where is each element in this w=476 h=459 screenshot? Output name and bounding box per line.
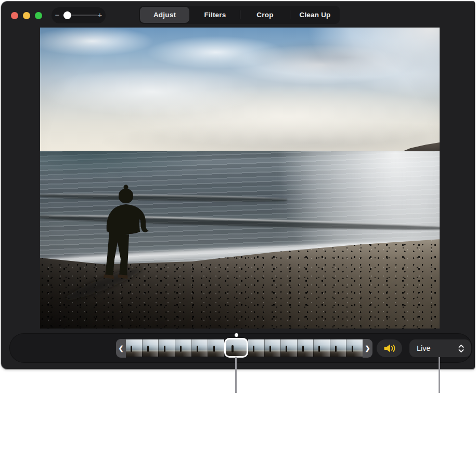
tab-filters[interactable]: Filters: [190, 6, 240, 24]
tab-adjust[interactable]: Adjust: [140, 7, 189, 23]
thumbnail-figure: [180, 346, 182, 352]
frame-thumbnail[interactable]: [248, 339, 265, 357]
tab-crop[interactable]: Crop: [240, 6, 290, 24]
thumbnail-figure: [286, 346, 287, 352]
frame-thumbnail[interactable]: [192, 339, 209, 357]
frame-thumbnail[interactable]: [281, 339, 298, 357]
close-button[interactable]: [11, 12, 18, 19]
thumbnail-figure: [253, 346, 254, 352]
photo-sky: [40, 28, 440, 151]
live-mode-label: Live: [417, 344, 431, 352]
thumbnail-figure: [352, 346, 353, 352]
key-photo-dot: [235, 333, 238, 337]
titlebar: − + AdjustFiltersCropClean Up: [1, 1, 475, 26]
callout-line-live: [439, 357, 440, 393]
thumbnail-figure: [131, 346, 132, 352]
callout-line-frame: [235, 357, 237, 393]
zoom-slider-knob[interactable]: [63, 11, 71, 19]
frame-thumbnail[interactable]: [175, 339, 192, 357]
thumbnail-figure: [231, 345, 234, 352]
thumbnail-figure: [302, 346, 304, 352]
zoom-out-icon[interactable]: −: [53, 7, 61, 23]
maximize-button[interactable]: [35, 12, 42, 19]
person-silhouette: [56, 158, 201, 308]
trim-handle-left[interactable]: ❮: [116, 339, 126, 358]
photo-canvas[interactable]: [40, 28, 440, 329]
tab-clean-up[interactable]: Clean Up: [290, 6, 340, 24]
frame-thumbnail[interactable]: [298, 339, 314, 357]
thumbnail-figure: [164, 346, 165, 352]
frame-thumbnail[interactable]: [159, 339, 175, 357]
frame-thumbnail[interactable]: [314, 339, 330, 357]
photos-edit-window: − + AdjustFiltersCropClean Up: [1, 1, 475, 369]
trim-handle-right[interactable]: ❯: [363, 339, 372, 358]
minimize-button[interactable]: [23, 12, 30, 19]
chevron-up-down-icon: [458, 344, 465, 353]
frame-thumbnail[interactable]: [208, 339, 224, 357]
zoom-in-icon[interactable]: +: [96, 7, 104, 23]
edit-mode-tabs: AdjustFiltersCropClean Up: [139, 6, 340, 24]
zoom-slider[interactable]: − +: [52, 7, 106, 23]
thumbnail-figure: [335, 346, 337, 352]
thumbnail-figure: [318, 346, 320, 352]
frame-thumbnail[interactable]: [346, 339, 363, 357]
frame-strip-before: [126, 339, 224, 357]
frame-thumbnail[interactable]: [126, 339, 143, 357]
selected-frame-handle[interactable]: [224, 338, 248, 358]
live-mode-dropdown[interactable]: Live: [409, 339, 471, 357]
audio-toggle-button[interactable]: [377, 339, 402, 357]
frame-thumbnail[interactable]: [143, 339, 159, 357]
frame-strip-after: [248, 339, 363, 357]
frame-thumbnail[interactable]: [265, 339, 281, 357]
speaker-icon: [383, 343, 396, 353]
thumbnail-figure: [213, 346, 215, 352]
frame-thumbnail[interactable]: [330, 339, 347, 357]
thumbnail-figure: [269, 346, 271, 352]
thumbnail-figure: [197, 346, 198, 352]
thumbnail-figure: [147, 346, 149, 352]
page: { "window": { "traffic_lights": { "close…: [0, 0, 476, 459]
